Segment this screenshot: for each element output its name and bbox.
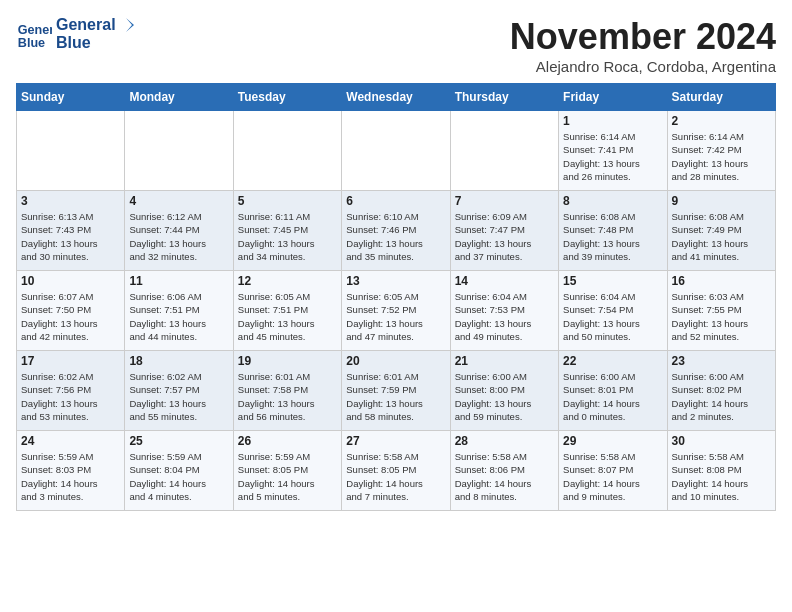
day-info: Sunrise: 6:03 AM Sunset: 7:55 PM Dayligh…: [672, 290, 771, 343]
day-number: 24: [21, 434, 120, 448]
weekday-header-monday: Monday: [125, 84, 233, 111]
day-number: 28: [455, 434, 554, 448]
logo-arrow-icon: [118, 16, 136, 34]
weekday-header-friday: Friday: [559, 84, 667, 111]
day-info: Sunrise: 6:05 AM Sunset: 7:51 PM Dayligh…: [238, 290, 337, 343]
calendar-cell: 16Sunrise: 6:03 AM Sunset: 7:55 PM Dayli…: [667, 271, 775, 351]
logo: General Blue General Blue: [16, 16, 136, 52]
calendar-cell: [17, 111, 125, 191]
calendar-cell: 5Sunrise: 6:11 AM Sunset: 7:45 PM Daylig…: [233, 191, 341, 271]
calendar-cell: 2Sunrise: 6:14 AM Sunset: 7:42 PM Daylig…: [667, 111, 775, 191]
weekday-header-tuesday: Tuesday: [233, 84, 341, 111]
day-number: 23: [672, 354, 771, 368]
calendar-cell: 13Sunrise: 6:05 AM Sunset: 7:52 PM Dayli…: [342, 271, 450, 351]
day-info: Sunrise: 6:01 AM Sunset: 7:59 PM Dayligh…: [346, 370, 445, 423]
calendar-cell: 9Sunrise: 6:08 AM Sunset: 7:49 PM Daylig…: [667, 191, 775, 271]
day-number: 14: [455, 274, 554, 288]
day-info: Sunrise: 6:14 AM Sunset: 7:41 PM Dayligh…: [563, 130, 662, 183]
calendar-week-5: 24Sunrise: 5:59 AM Sunset: 8:03 PM Dayli…: [17, 431, 776, 511]
day-number: 20: [346, 354, 445, 368]
day-info: Sunrise: 6:04 AM Sunset: 7:54 PM Dayligh…: [563, 290, 662, 343]
day-number: 18: [129, 354, 228, 368]
calendar-cell: 27Sunrise: 5:58 AM Sunset: 8:05 PM Dayli…: [342, 431, 450, 511]
calendar-cell: 18Sunrise: 6:02 AM Sunset: 7:57 PM Dayli…: [125, 351, 233, 431]
day-number: 21: [455, 354, 554, 368]
calendar-cell: 26Sunrise: 5:59 AM Sunset: 8:05 PM Dayli…: [233, 431, 341, 511]
day-info: Sunrise: 6:00 AM Sunset: 8:00 PM Dayligh…: [455, 370, 554, 423]
day-info: Sunrise: 6:12 AM Sunset: 7:44 PM Dayligh…: [129, 210, 228, 263]
day-number: 12: [238, 274, 337, 288]
day-info: Sunrise: 6:04 AM Sunset: 7:53 PM Dayligh…: [455, 290, 554, 343]
calendar-cell: 17Sunrise: 6:02 AM Sunset: 7:56 PM Dayli…: [17, 351, 125, 431]
calendar-cell: 28Sunrise: 5:58 AM Sunset: 8:06 PM Dayli…: [450, 431, 558, 511]
calendar-week-1: 1Sunrise: 6:14 AM Sunset: 7:41 PM Daylig…: [17, 111, 776, 191]
weekday-header-wednesday: Wednesday: [342, 84, 450, 111]
calendar-week-2: 3Sunrise: 6:13 AM Sunset: 7:43 PM Daylig…: [17, 191, 776, 271]
calendar-cell: [450, 111, 558, 191]
location-title: Alejandro Roca, Cordoba, Argentina: [510, 58, 776, 75]
calendar-cell: 29Sunrise: 5:58 AM Sunset: 8:07 PM Dayli…: [559, 431, 667, 511]
day-info: Sunrise: 5:58 AM Sunset: 8:06 PM Dayligh…: [455, 450, 554, 503]
day-info: Sunrise: 6:08 AM Sunset: 7:48 PM Dayligh…: [563, 210, 662, 263]
day-number: 4: [129, 194, 228, 208]
day-number: 27: [346, 434, 445, 448]
day-number: 8: [563, 194, 662, 208]
day-info: Sunrise: 6:07 AM Sunset: 7:50 PM Dayligh…: [21, 290, 120, 343]
calendar-cell: 10Sunrise: 6:07 AM Sunset: 7:50 PM Dayli…: [17, 271, 125, 351]
weekday-header-sunday: Sunday: [17, 84, 125, 111]
day-number: 13: [346, 274, 445, 288]
calendar-cell: 22Sunrise: 6:00 AM Sunset: 8:01 PM Dayli…: [559, 351, 667, 431]
day-number: 5: [238, 194, 337, 208]
day-info: Sunrise: 6:13 AM Sunset: 7:43 PM Dayligh…: [21, 210, 120, 263]
calendar-cell: 24Sunrise: 5:59 AM Sunset: 8:03 PM Dayli…: [17, 431, 125, 511]
day-number: 7: [455, 194, 554, 208]
calendar-cell: 25Sunrise: 5:59 AM Sunset: 8:04 PM Dayli…: [125, 431, 233, 511]
calendar-cell: 8Sunrise: 6:08 AM Sunset: 7:48 PM Daylig…: [559, 191, 667, 271]
day-info: Sunrise: 6:02 AM Sunset: 7:57 PM Dayligh…: [129, 370, 228, 423]
day-info: Sunrise: 5:58 AM Sunset: 8:08 PM Dayligh…: [672, 450, 771, 503]
day-number: 9: [672, 194, 771, 208]
day-number: 26: [238, 434, 337, 448]
calendar-cell: 7Sunrise: 6:09 AM Sunset: 7:47 PM Daylig…: [450, 191, 558, 271]
day-info: Sunrise: 5:59 AM Sunset: 8:03 PM Dayligh…: [21, 450, 120, 503]
day-number: 19: [238, 354, 337, 368]
calendar-cell: [342, 111, 450, 191]
day-info: Sunrise: 5:58 AM Sunset: 8:07 PM Dayligh…: [563, 450, 662, 503]
day-info: Sunrise: 6:06 AM Sunset: 7:51 PM Dayligh…: [129, 290, 228, 343]
day-number: 3: [21, 194, 120, 208]
month-title: November 2024: [510, 16, 776, 58]
calendar-week-4: 17Sunrise: 6:02 AM Sunset: 7:56 PM Dayli…: [17, 351, 776, 431]
calendar-cell: 15Sunrise: 6:04 AM Sunset: 7:54 PM Dayli…: [559, 271, 667, 351]
day-number: 16: [672, 274, 771, 288]
calendar-cell: 4Sunrise: 6:12 AM Sunset: 7:44 PM Daylig…: [125, 191, 233, 271]
weekday-header-row: SundayMondayTuesdayWednesdayThursdayFrid…: [17, 84, 776, 111]
day-info: Sunrise: 6:01 AM Sunset: 7:58 PM Dayligh…: [238, 370, 337, 423]
day-info: Sunrise: 5:59 AM Sunset: 8:05 PM Dayligh…: [238, 450, 337, 503]
calendar-cell: [233, 111, 341, 191]
day-info: Sunrise: 6:11 AM Sunset: 7:45 PM Dayligh…: [238, 210, 337, 263]
day-info: Sunrise: 5:58 AM Sunset: 8:05 PM Dayligh…: [346, 450, 445, 503]
logo-line2: Blue: [56, 34, 136, 52]
day-info: Sunrise: 6:00 AM Sunset: 8:01 PM Dayligh…: [563, 370, 662, 423]
calendar-week-3: 10Sunrise: 6:07 AM Sunset: 7:50 PM Dayli…: [17, 271, 776, 351]
day-number: 1: [563, 114, 662, 128]
calendar-cell: [125, 111, 233, 191]
svg-marker-3: [126, 18, 134, 32]
day-number: 15: [563, 274, 662, 288]
calendar-cell: 6Sunrise: 6:10 AM Sunset: 7:46 PM Daylig…: [342, 191, 450, 271]
day-number: 6: [346, 194, 445, 208]
day-info: Sunrise: 5:59 AM Sunset: 8:04 PM Dayligh…: [129, 450, 228, 503]
day-number: 22: [563, 354, 662, 368]
calendar-cell: 11Sunrise: 6:06 AM Sunset: 7:51 PM Dayli…: [125, 271, 233, 351]
calendar-cell: 1Sunrise: 6:14 AM Sunset: 7:41 PM Daylig…: [559, 111, 667, 191]
day-info: Sunrise: 6:05 AM Sunset: 7:52 PM Dayligh…: [346, 290, 445, 343]
day-number: 29: [563, 434, 662, 448]
day-info: Sunrise: 6:14 AM Sunset: 7:42 PM Dayligh…: [672, 130, 771, 183]
calendar-cell: 23Sunrise: 6:00 AM Sunset: 8:02 PM Dayli…: [667, 351, 775, 431]
day-number: 11: [129, 274, 228, 288]
calendar-cell: 3Sunrise: 6:13 AM Sunset: 7:43 PM Daylig…: [17, 191, 125, 271]
day-info: Sunrise: 6:08 AM Sunset: 7:49 PM Dayligh…: [672, 210, 771, 263]
day-number: 17: [21, 354, 120, 368]
logo-line1: General: [56, 16, 116, 34]
day-info: Sunrise: 6:02 AM Sunset: 7:56 PM Dayligh…: [21, 370, 120, 423]
